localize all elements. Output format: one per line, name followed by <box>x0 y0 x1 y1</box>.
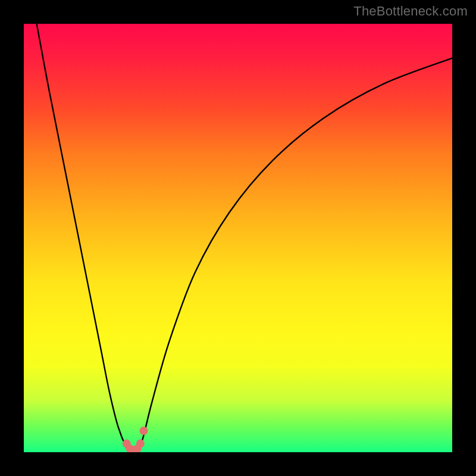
trough-marker <box>136 440 145 448</box>
watermark-text: TheBottleneck.com <box>353 4 468 19</box>
bottleneck-curve <box>37 24 452 452</box>
chart-frame: TheBottleneck.com <box>0 0 476 476</box>
trough-markers <box>123 427 148 452</box>
curve-svg <box>24 24 452 452</box>
trough-marker <box>140 427 148 435</box>
plot-area <box>24 24 452 452</box>
